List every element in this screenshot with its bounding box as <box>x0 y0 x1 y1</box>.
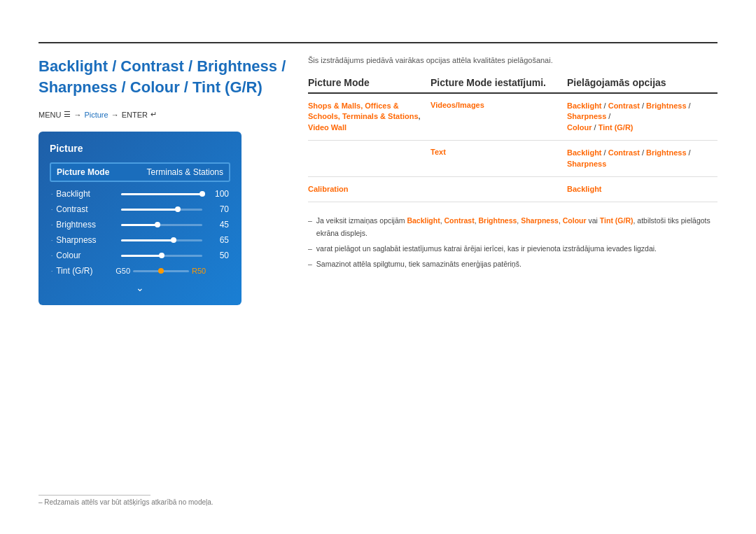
tint-track[interactable] <box>133 270 189 272</box>
mode-calibration: Calibration <box>308 185 348 193</box>
opt3-backlight: Backlight <box>567 185 602 193</box>
chevron-down-icon: ⌄ <box>136 282 144 293</box>
dot-icon: · <box>51 206 52 213</box>
menu-arrow: → <box>74 111 81 119</box>
left-panel: Backlight / Contrast / Brightness / Shar… <box>38 56 290 305</box>
contrast-thumb <box>175 206 181 212</box>
opt2-brightness: Brightness <box>646 148 686 157</box>
colour-row: · Colour 50 <box>50 251 230 260</box>
mode-text-1c: Video Wall <box>308 123 346 132</box>
backlight-value: 100 <box>208 189 229 199</box>
contrast-label: Contrast <box>56 204 115 214</box>
option-brightness: Brightness <box>646 101 686 110</box>
sharpness-track[interactable] <box>121 239 202 241</box>
option-tint: Tint (G/R) <box>598 123 634 132</box>
colour-thumb <box>159 253 164 258</box>
menu-arrow2: → <box>111 111 119 119</box>
right-panel: Šis izstrādājums piedāvā vairākas opcija… <box>308 56 718 274</box>
contrast-value: 70 <box>208 204 229 214</box>
picture-mode-row[interactable]: Picture Mode Terminals & Stations <box>50 162 230 182</box>
dash-icon: – <box>308 258 312 271</box>
tint-g50: G50 <box>115 267 130 275</box>
notes-section: – Ja veiksit izmaiņas opcijām Backlight,… <box>308 215 718 270</box>
colour-fill <box>121 255 162 257</box>
table-row: Calibration Backlight <box>308 177 718 202</box>
table-header: Picture Mode Picture Mode iestatījumi. P… <box>308 77 718 94</box>
note-2: – varat pielāgot un saglabāt iestatījumu… <box>308 243 718 255</box>
sharpness-label: Sharpness <box>56 235 115 245</box>
dot-icon: · <box>51 253 52 259</box>
options-cell-2: Backlight / Contrast / Brightness / Shar… <box>567 148 718 169</box>
dot-icon: · <box>51 237 52 244</box>
opt2-contrast: Contrast <box>608 148 640 157</box>
colour-track[interactable] <box>121 255 202 257</box>
picture-mode-label: Picture Mode <box>57 167 109 177</box>
dot-icon: · <box>51 268 52 274</box>
brightness-track[interactable] <box>121 224 202 226</box>
intro-text: Šis izstrādājums piedāvā vairākas opcija… <box>308 56 718 64</box>
colour-label: Colour <box>56 251 115 260</box>
options-cell-3: Backlight <box>567 184 718 195</box>
tint-r50: R50 <box>192 267 206 275</box>
tint-row: · Tint (G/R) G50 R50 <box>50 266 230 276</box>
top-divider <box>38 42 718 43</box>
backlight-fill <box>121 193 202 195</box>
note-3-text: Samazinot attēla spilgtumu, tiek samazin… <box>316 258 522 271</box>
chevron-row[interactable]: ⌄ <box>50 281 230 294</box>
note-1: – Ja veiksit izmaiņas opcijām Backlight,… <box>308 215 718 240</box>
col-header-mode: Picture Mode <box>308 77 430 88</box>
dot-icon: · <box>51 191 52 197</box>
tint-thumb <box>158 268 164 274</box>
tint-label: Tint (G/R) <box>56 266 115 276</box>
backlight-thumb <box>200 191 205 197</box>
brightness-label: Brightness <box>56 220 115 230</box>
opt2-backlight: Backlight <box>567 148 602 157</box>
table-row: Shops & Malls, Offices & Schools, Termin… <box>308 94 718 141</box>
option-contrast: Contrast <box>608 101 640 110</box>
mode-cell-1: Shops & Malls, Offices & Schools, Termin… <box>308 101 430 133</box>
footer-note-text: – Redzamais attēls var būt atšķirīgs atk… <box>38 498 214 506</box>
sharpness-row: · Sharpness 65 <box>50 235 230 245</box>
page-title: Backlight / Contrast / Brightness / Shar… <box>38 56 290 97</box>
option-backlight: Backlight <box>567 101 602 110</box>
col-header-options: Pielāgojamās opcijas <box>567 77 718 88</box>
brightness-thumb <box>155 222 160 227</box>
note-2-text: varat pielāgot un saglabāt iestatījumus … <box>316 243 657 255</box>
picture-link[interactable]: Picture <box>84 111 108 119</box>
option-colour: Colour <box>567 123 592 132</box>
backlight-track[interactable] <box>121 193 202 195</box>
footer-divider <box>38 495 150 496</box>
option-sharpness: Sharpness <box>567 112 606 120</box>
picture-menu-box: Picture Picture Mode Terminals & Station… <box>38 132 241 305</box>
mode-text-1b: , <box>419 112 421 120</box>
mode-text-1: Shops & Malls, Offices & Schools, Termin… <box>308 101 419 120</box>
mode-cell-3: Calibration <box>308 184 430 195</box>
colour-value: 50 <box>208 251 229 260</box>
dot-icon: · <box>51 222 52 228</box>
backlight-label: Backlight <box>56 189 115 199</box>
setting-cell-2: Text <box>430 148 567 156</box>
options-cell-1: Backlight / Contrast / Brightness / Shar… <box>567 101 718 133</box>
contrast-track[interactable] <box>121 209 202 211</box>
backlight-row: · Backlight 100 <box>50 189 230 199</box>
picture-box-title: Picture <box>50 143 230 154</box>
note-1-text: Ja veiksit izmaiņas opcijām Backlight, C… <box>316 215 718 240</box>
menu-path: MENU ☰ → Picture → ENTER ↵ <box>38 110 290 119</box>
brightness-row: · Brightness 45 <box>50 220 230 230</box>
contrast-row: · Contrast 70 <box>50 204 230 214</box>
enter-label: ENTER <box>122 111 148 119</box>
col-header-setting: Picture Mode iestatījumi. <box>430 77 567 88</box>
note-3: – Samazinot attēla spilgtumu, tiek samaz… <box>308 258 718 271</box>
dash-icon: – <box>308 243 312 255</box>
table-row: Text Backlight / Contrast / Brightness /… <box>308 141 718 177</box>
sharpness-value: 65 <box>208 235 229 245</box>
picture-mode-value: Terminals & Stations <box>147 167 223 177</box>
menu-label: MENU <box>38 111 61 119</box>
menu-icon: ☰ <box>64 110 71 119</box>
sharpness-fill <box>121 239 174 241</box>
brightness-fill <box>121 224 158 226</box>
opt2-sharpness: Sharpness <box>567 160 606 168</box>
contrast-fill <box>121 209 178 211</box>
setting-cell-1: Videos/Images <box>430 101 567 109</box>
brightness-value: 45 <box>208 220 229 230</box>
